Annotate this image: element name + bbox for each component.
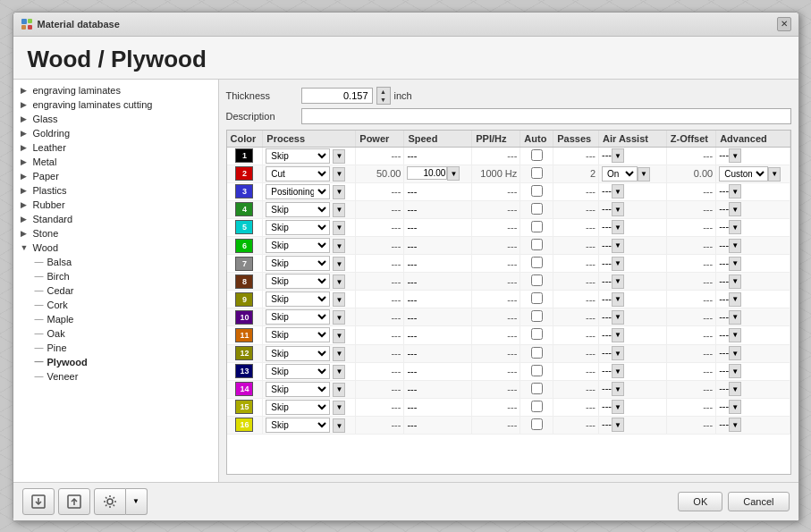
adv-dropdown-6[interactable]: ▼ xyxy=(729,239,741,253)
process-dropdown-2[interactable]: ▼ xyxy=(333,167,345,182)
cancel-button[interactable]: Cancel xyxy=(728,492,789,511)
adv-dropdown-15[interactable]: ▼ xyxy=(729,400,741,414)
air-dropdown-15[interactable]: ▼ xyxy=(612,400,624,414)
settings-dropdown-button[interactable]: ▼ xyxy=(126,488,148,515)
auto-check-9[interactable] xyxy=(531,292,543,304)
adv-dropdown-2[interactable]: ▼ xyxy=(768,167,781,182)
air-dropdown-6[interactable]: ▼ xyxy=(612,239,624,253)
adv-dropdown-3[interactable]: ▼ xyxy=(729,184,741,198)
sidebar-item-plastics[interactable]: ▶Plastics xyxy=(13,183,218,198)
adv-dropdown-7[interactable]: ▼ xyxy=(729,257,741,271)
sidebar-item-maple[interactable]: —Maple xyxy=(28,312,218,326)
thickness-up[interactable]: ▲ xyxy=(377,88,390,96)
sidebar-item-paper[interactable]: ▶Paper xyxy=(13,169,218,183)
air-dropdown-9[interactable]: ▼ xyxy=(612,292,624,307)
sidebar-item-birch[interactable]: —Birch xyxy=(28,269,218,283)
auto-check-1[interactable] xyxy=(531,149,543,161)
adv-dropdown-16[interactable]: ▼ xyxy=(729,418,741,432)
sidebar-item-engraving-laminates-cutting[interactable]: ▶engraving laminates cutting xyxy=(13,97,218,112)
export-button[interactable] xyxy=(58,488,90,515)
thickness-down[interactable]: ▼ xyxy=(377,96,390,104)
air-dropdown-3[interactable]: ▼ xyxy=(612,184,624,198)
auto-check-11[interactable] xyxy=(531,328,543,340)
sidebar-item-plywood[interactable]: —Plywood xyxy=(28,355,218,369)
sidebar-item-rubber[interactable]: ▶Rubber xyxy=(13,198,218,212)
adv-dropdown-12[interactable]: ▼ xyxy=(729,346,741,360)
sidebar-item-balsa[interactable]: —Balsa xyxy=(28,255,218,269)
air-dropdown-1[interactable]: ▼ xyxy=(612,148,624,163)
close-button[interactable]: ✕ xyxy=(777,17,791,31)
process-select-5[interactable]: Skip Cut Positioning Engrave Score xyxy=(266,220,330,235)
auto-check-12[interactable] xyxy=(531,347,543,359)
process-select-11[interactable]: Skip Cut Positioning Engrave Score xyxy=(266,327,330,342)
air-dropdown-7[interactable]: ▼ xyxy=(612,257,624,271)
auto-check-7[interactable] xyxy=(531,257,543,268)
sidebar-item-engraving-laminates[interactable]: ▶engraving laminates xyxy=(13,83,218,97)
description-input[interactable] xyxy=(301,108,791,124)
process-dropdown-11[interactable]: ▼ xyxy=(333,329,345,343)
process-select-15[interactable]: Skip Cut Positioning Engrave Score xyxy=(266,400,330,415)
adv-dropdown-4[interactable]: ▼ xyxy=(729,202,741,216)
sidebar-item-standard[interactable]: ▶Standard xyxy=(13,212,218,226)
process-select-6[interactable]: Skip Cut Positioning Engrave Score xyxy=(266,238,330,253)
process-dropdown-5[interactable]: ▼ xyxy=(333,221,345,235)
ok-button[interactable]: OK xyxy=(678,492,722,511)
speed-input-2[interactable] xyxy=(407,166,447,180)
sidebar-item-oak[interactable]: —Oak xyxy=(28,326,218,341)
auto-check-4[interactable] xyxy=(531,203,543,215)
process-select-14[interactable]: Skip Cut Positioning Engrave Score xyxy=(266,382,330,397)
process-select-10[interactable]: Skip Cut Positioning Engrave Score xyxy=(266,309,330,325)
sidebar-item-pine[interactable]: —Pine xyxy=(28,341,218,355)
sidebar-item-glass[interactable]: ▶Glass xyxy=(13,112,218,126)
process-select-7[interactable]: Skip Cut Positioning Engrave Score xyxy=(266,256,330,271)
process-select-3[interactable]: Skip Cut Positioning Engrave Score xyxy=(266,184,330,199)
air-dropdown-12[interactable]: ▼ xyxy=(612,346,624,360)
process-dropdown-13[interactable]: ▼ xyxy=(333,365,345,379)
sidebar-item-wood[interactable]: ▼Wood xyxy=(13,241,218,255)
air-dropdown-13[interactable]: ▼ xyxy=(612,364,624,378)
process-dropdown-1[interactable]: ▼ xyxy=(333,149,345,164)
adv-dropdown-9[interactable]: ▼ xyxy=(729,292,741,307)
process-dropdown-3[interactable]: ▼ xyxy=(333,185,345,199)
air-dropdown-2[interactable]: ▼ xyxy=(638,167,650,182)
sidebar-item-leather[interactable]: ▶Leather xyxy=(13,140,218,155)
auto-check-15[interactable] xyxy=(531,401,543,412)
air-dropdown-11[interactable]: ▼ xyxy=(612,328,624,342)
process-select-12[interactable]: Skip Cut Positioning Engrave Score xyxy=(266,346,330,361)
import-button[interactable] xyxy=(22,488,55,515)
sidebar-item-veneer[interactable]: —Veneer xyxy=(28,369,218,384)
auto-check-16[interactable] xyxy=(531,418,543,430)
sidebar-item-stone[interactable]: ▶Stone xyxy=(13,226,218,241)
settings-button[interactable] xyxy=(94,488,126,515)
adv-dropdown-8[interactable]: ▼ xyxy=(729,274,741,289)
sidebar-item-cork[interactable]: —Cork xyxy=(28,298,218,312)
process-dropdown-16[interactable]: ▼ xyxy=(333,418,345,433)
process-select-2[interactable]: Skip Cut Positioning Engrave Score xyxy=(266,166,330,182)
process-select-4[interactable]: Skip Cut Positioning Engrave Score xyxy=(266,202,330,217)
process-dropdown-4[interactable]: ▼ xyxy=(333,203,345,217)
auto-check-13[interactable] xyxy=(531,365,543,376)
process-select-13[interactable]: Skip Cut Positioning Engrave Score xyxy=(266,364,330,379)
air-dropdown-8[interactable]: ▼ xyxy=(612,274,624,289)
process-dropdown-15[interactable]: ▼ xyxy=(333,401,345,415)
process-dropdown-10[interactable]: ▼ xyxy=(333,310,345,325)
adv-dropdown-13[interactable]: ▼ xyxy=(729,364,741,378)
sidebar-item-cedar[interactable]: —Cedar xyxy=(28,283,218,298)
auto-check-14[interactable] xyxy=(531,383,543,394)
auto-check-2[interactable] xyxy=(531,167,543,179)
adv-dropdown-1[interactable]: ▼ xyxy=(729,148,741,163)
adv-select-2[interactable]: Custom--- xyxy=(719,166,768,182)
process-select-8[interactable]: Skip Cut Positioning Engrave Score xyxy=(266,274,330,289)
air-dropdown-4[interactable]: ▼ xyxy=(612,202,624,216)
process-dropdown-8[interactable]: ▼ xyxy=(333,274,345,289)
air-dropdown-16[interactable]: ▼ xyxy=(612,418,624,432)
process-dropdown-9[interactable]: ▼ xyxy=(333,292,345,307)
air-select-2[interactable]: OnOff xyxy=(602,166,638,182)
auto-check-10[interactable] xyxy=(531,310,543,322)
adv-dropdown-14[interactable]: ▼ xyxy=(729,382,741,396)
auto-check-3[interactable] xyxy=(531,185,543,197)
sidebar-item-goldring[interactable]: ▶Goldring xyxy=(13,126,218,140)
air-dropdown-10[interactable]: ▼ xyxy=(612,310,624,325)
air-dropdown-14[interactable]: ▼ xyxy=(612,382,624,396)
air-dropdown-5[interactable]: ▼ xyxy=(612,220,624,234)
